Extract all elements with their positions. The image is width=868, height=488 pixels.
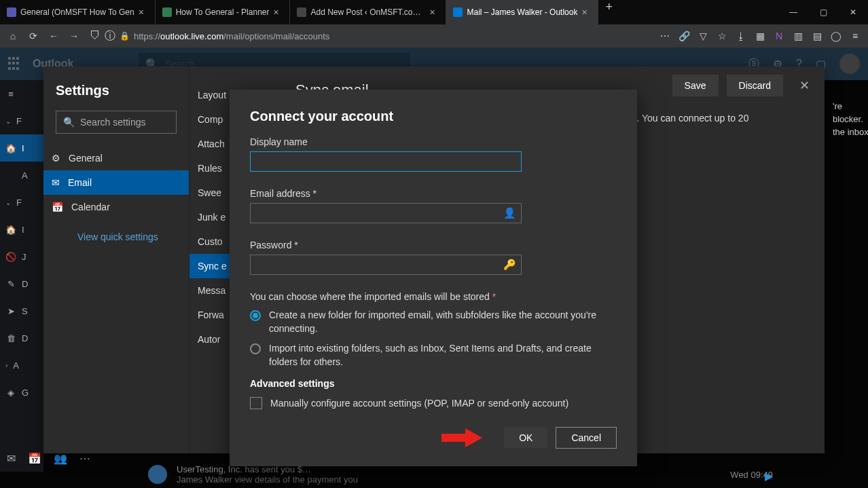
rail-item[interactable]: ◈G: [0, 379, 43, 406]
radio-icon: [250, 310, 261, 321]
connect-account-dialog: Connect your account Display name Email …: [230, 90, 637, 466]
window-titlebar: General (OnMSFT How To Gen × How To Gene…: [0, 0, 868, 24]
browser-tab[interactable]: General (OnMSFT How To Gen ×: [0, 0, 156, 24]
calendar-icon: 📅: [52, 202, 63, 212]
mail-preview: James Walker view details of the payment…: [177, 474, 721, 485]
settings-categories: Settings 🔍 Search settings ⚙ General ✉ E…: [43, 67, 189, 453]
rail-item[interactable]: ⌄F: [0, 189, 43, 216]
mail-icon: ✉: [52, 177, 60, 188]
category-calendar[interactable]: 📅 Calendar: [43, 195, 189, 219]
ext1-icon[interactable]: ▦: [751, 27, 769, 45]
menu-icon[interactable]: ≡: [846, 27, 864, 45]
svg-marker-0: [441, 428, 482, 447]
display-name-input[interactable]: [250, 151, 522, 172]
rail-item[interactable]: 🗑D: [0, 324, 43, 352]
mail-icon[interactable]: ✉: [7, 452, 16, 465]
discard-button[interactable]: Discard: [727, 75, 783, 96]
skype-play-icon[interactable]: ▶: [765, 470, 773, 483]
tab-close-icon[interactable]: ×: [429, 7, 439, 18]
manual-config-checkbox[interactable]: Manually configure account settings (POP…: [250, 397, 617, 409]
browser-toolbar: ⌂ ⟳ ← → ⛉ ⓘ 🔒 https://outlook.live.com/m…: [0, 24, 868, 48]
tab-close-icon[interactable]: ×: [581, 7, 591, 18]
close-window-button[interactable]: ✕: [838, 0, 868, 24]
settings-search[interactable]: 🔍 Search settings: [56, 111, 177, 134]
star-icon[interactable]: ☆: [713, 27, 731, 45]
calendar-icon[interactable]: 📅: [28, 452, 41, 465]
sender-avatar: [148, 465, 167, 484]
radio-new-folder[interactable]: Create a new folder for imported email, …: [250, 309, 617, 335]
ok-button[interactable]: OK: [504, 428, 547, 448]
home-icon[interactable]: ⌂: [4, 27, 22, 45]
back-icon[interactable]: ←: [45, 27, 62, 45]
lock-icon: 🔒: [120, 31, 130, 41]
key-icon: 🔑: [503, 259, 516, 271]
account-icon[interactable]: ◯: [827, 27, 845, 45]
people-icon[interactable]: 👥: [54, 452, 67, 465]
forward-icon[interactable]: →: [65, 27, 83, 45]
maximize-button[interactable]: ▢: [808, 0, 838, 24]
person-icon: 👤: [503, 207, 516, 219]
radio-icon: [250, 343, 261, 354]
library-icon[interactable]: ▥: [789, 27, 807, 45]
content-header-actions: Save Discard ✕: [672, 75, 810, 96]
rail-item[interactable]: ➤S: [0, 297, 43, 324]
tab-close-icon[interactable]: ×: [273, 7, 283, 18]
checkbox-label: Manually configure account settings (POP…: [270, 398, 568, 409]
email-input[interactable]: [250, 203, 522, 223]
reload-icon[interactable]: ⟳: [24, 27, 42, 45]
download-icon[interactable]: ⭳: [732, 27, 750, 45]
password-input[interactable]: [250, 255, 522, 275]
annotation-arrow-icon: [441, 428, 482, 447]
advanced-settings-heading: Advanced settings: [250, 378, 617, 389]
browser-tab[interactable]: Add New Post ‹ OnMSFT.com — W ×: [290, 0, 446, 24]
rail-item[interactable]: ⌄F: [0, 107, 43, 134]
close-settings-icon[interactable]: ✕: [799, 78, 810, 93]
password-label: Password *: [250, 240, 617, 250]
tab-favicon: [162, 7, 172, 17]
tab-favicon: [7, 7, 16, 17]
browser-tab[interactable]: How To General - Planner ×: [156, 0, 291, 24]
cancel-button[interactable]: Cancel: [556, 427, 617, 449]
blocked-hint-text: 're blocker. the inbox,: [833, 100, 868, 139]
folder-rail: ≡ ⌄F 🏠I A ⌄F 🏠I 🚫J ✎D ➤S 🗑D ›A ◈G ✉ 📅 👥 …: [0, 80, 43, 472]
window-controls: — ▢ ✕: [778, 0, 868, 24]
dialog-title: Connect your account: [250, 109, 617, 124]
settings-title: Settings: [56, 83, 177, 98]
rail-item[interactable]: 🏠I: [0, 134, 43, 162]
browser-tab-active[interactable]: Mail – James Walker - Outlook ×: [446, 0, 598, 24]
rail-bottom-bar: ✉ 📅 👥 ⋯: [0, 445, 43, 472]
sidebar-icon[interactable]: ▤: [808, 27, 826, 45]
rail-item[interactable]: 🚫J: [0, 243, 43, 270]
rail-item[interactable]: ›A: [0, 352, 43, 379]
minimize-button[interactable]: —: [778, 0, 808, 24]
tab-favicon: [297, 7, 306, 17]
more-icon[interactable]: ⋯: [79, 452, 90, 465]
radio-existing-folders[interactable]: Import into existing folders, such as In…: [250, 342, 617, 369]
onenote-icon[interactable]: N: [770, 27, 788, 45]
category-general[interactable]: ⚙ General: [43, 146, 189, 170]
tab-title: Mail – James Walker - Outlook: [467, 7, 577, 17]
storage-prompt: You can choose where the imported emails…: [250, 291, 617, 302]
rail-hamburger[interactable]: ≡: [0, 80, 43, 107]
rail-item[interactable]: 🏠I: [0, 216, 43, 243]
browser-tabs: General (OnMSFT How To Gen × How To Gene…: [0, 0, 778, 24]
rail-item[interactable]: A: [0, 162, 43, 189]
rail-item[interactable]: ✎D: [0, 270, 43, 297]
display-name-label: Display name: [250, 136, 617, 147]
email-label: Email address *: [250, 188, 617, 199]
new-tab-button[interactable]: +: [598, 0, 619, 24]
radio-label: Create a new folder for imported email, …: [269, 309, 617, 335]
link-icon[interactable]: 🔗: [675, 27, 693, 45]
shield-icon: ⛉: [90, 30, 101, 42]
toolbar-right-icons: ⋯ 🔗 ▽ ☆ ⭳ ▦ N ▥ ▤ ◯ ≡: [652, 27, 864, 45]
info-icon: ⓘ: [105, 29, 115, 43]
search-icon: 🔍: [63, 117, 75, 128]
category-email[interactable]: ✉ Email: [43, 170, 189, 195]
tab-close-icon[interactable]: ×: [139, 7, 148, 18]
more-icon[interactable]: ⋯: [656, 27, 674, 45]
view-quick-settings-link[interactable]: View quick settings: [56, 231, 177, 242]
tab-title: Add New Post ‹ OnMSFT.com — W: [310, 7, 425, 17]
url-bar[interactable]: ⛉ ⓘ 🔒 https://outlook.live.com/mail/opti…: [86, 27, 649, 45]
pocket-icon[interactable]: ▽: [694, 27, 712, 45]
save-button[interactable]: Save: [672, 75, 719, 96]
